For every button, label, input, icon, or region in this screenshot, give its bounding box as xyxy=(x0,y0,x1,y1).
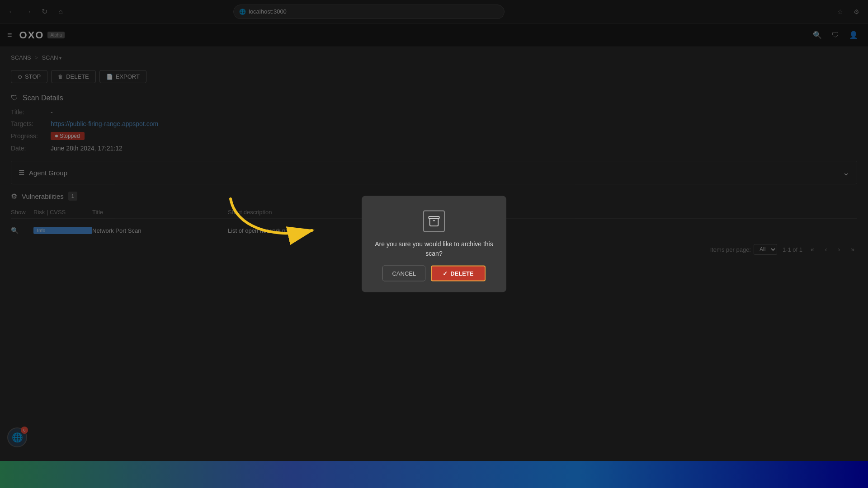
confirm-delete-modal: Are you sure you would like to archive t… xyxy=(362,196,506,292)
modal-cancel-button[interactable]: CANCEL xyxy=(382,266,425,282)
modal-buttons: CANCEL ✓ DELETE xyxy=(373,266,495,282)
modal-archive-icon xyxy=(423,211,445,232)
svg-rect-0 xyxy=(429,216,439,219)
modal-message: Are you sure you would like to archive t… xyxy=(373,239,495,258)
modal-delete-button[interactable]: ✓ DELETE xyxy=(431,266,485,282)
checkmark-icon: ✓ xyxy=(443,270,448,277)
